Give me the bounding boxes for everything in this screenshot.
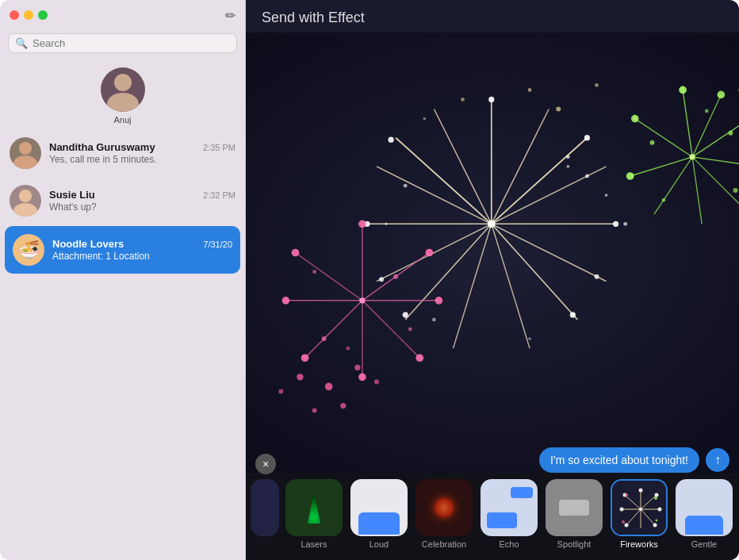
svg-point-16 <box>584 135 590 140</box>
effect-item-gentle[interactable]: Gentle <box>672 479 736 560</box>
svg-point-75 <box>662 198 666 202</box>
conv-info-noodle: Noodle Lovers 7/31/20 Attachment: 1 Loca… <box>52 238 232 262</box>
send-button[interactable]: ↑ <box>706 448 729 472</box>
effect-item-spotlight[interactable]: Spotlight <box>542 479 606 560</box>
svg-point-92 <box>605 194 608 197</box>
header-title: Send with Effect <box>262 10 365 25</box>
svg-point-89 <box>461 98 465 102</box>
pinned-contact[interactable]: Anuj <box>0 59 245 129</box>
effect-label-spotlight: Spotlight <box>557 539 592 549</box>
message-bubble: I'm so excited about tonight! <box>539 447 699 473</box>
svg-point-97 <box>432 318 436 322</box>
svg-point-88 <box>634 117 637 121</box>
conv-header-susie: Susie Liu 2:32 PM <box>49 189 235 201</box>
svg-point-17 <box>566 155 570 159</box>
svg-point-19 <box>594 274 599 279</box>
fireworks-svg <box>246 33 739 473</box>
compose-button[interactable]: ✏ <box>225 8 235 23</box>
svg-point-22 <box>379 277 384 282</box>
svg-point-53 <box>374 379 379 384</box>
svg-point-111 <box>620 508 624 512</box>
sidebar: ✏ 🔍 Anuj Nanditha Guruswamy 2:35 PM Yes,… <box>0 0 246 560</box>
zoom-window-button[interactable] <box>38 10 48 20</box>
conv-preview-noodle: Attachment: 1 Location <box>52 251 232 262</box>
svg-point-73 <box>728 131 733 136</box>
svg-point-74 <box>733 188 737 193</box>
svg-point-98 <box>528 337 531 340</box>
svg-point-42 <box>415 354 423 362</box>
search-icon: 🔍 <box>15 37 28 49</box>
svg-point-70 <box>679 86 687 94</box>
svg-point-54 <box>278 389 283 393</box>
svg-point-117 <box>654 497 657 500</box>
effect-thumb-partial <box>251 479 279 536</box>
conv-time-nanditha: 2:35 PM <box>203 143 235 152</box>
conv-info-nanditha: Nanditha Guruswamy 2:35 PM Yes, call me … <box>49 141 235 165</box>
message-row: I'm so excited about tonight! ↑ <box>539 447 729 473</box>
svg-point-18 <box>613 221 618 227</box>
conversation-item-nanditha[interactable]: Nanditha Guruswamy 2:35 PM Yes, call me … <box>0 129 245 177</box>
avatar-susie <box>10 185 41 217</box>
search-bar: 🔍 <box>8 33 237 53</box>
svg-point-118 <box>622 520 625 524</box>
search-input[interactable] <box>33 37 230 49</box>
traffic-lights <box>10 10 48 20</box>
effect-thumb-fireworks-svg <box>612 481 668 536</box>
avatar-nanditha <box>10 137 41 169</box>
svg-point-50 <box>297 374 303 380</box>
effect-item-loud[interactable]: Loud <box>347 479 411 560</box>
svg-point-20 <box>570 312 576 317</box>
svg-point-49 <box>354 365 360 370</box>
svg-point-114 <box>639 489 643 493</box>
svg-point-35 <box>426 249 434 257</box>
svg-point-109 <box>658 508 662 512</box>
svg-point-41 <box>301 354 309 362</box>
close-icon: × <box>262 458 269 470</box>
svg-point-52 <box>312 408 317 413</box>
titlebar: ✏ <box>0 0 245 30</box>
svg-point-91 <box>585 175 589 178</box>
svg-point-39 <box>358 220 366 228</box>
effect-item-lasers[interactable]: Lasers <box>282 479 346 560</box>
svg-point-72 <box>690 154 695 159</box>
conv-header-nanditha: Nanditha Guruswamy 2:35 PM <box>49 141 235 153</box>
effect-thumb-gentle <box>676 479 733 536</box>
conv-preview-nanditha: Yes, call me in 5 minutes. <box>49 154 235 165</box>
effect-item-echo[interactable]: Echo <box>477 479 541 560</box>
svg-point-112 <box>625 524 629 527</box>
effect-item-partial[interactable] <box>249 479 281 560</box>
effect-item-fireworks[interactable]: Fireworks <box>607 479 671 560</box>
avatar-anuj <box>101 67 145 112</box>
svg-point-87 <box>595 83 599 87</box>
svg-point-26 <box>488 220 496 228</box>
svg-point-108 <box>655 493 659 497</box>
svg-point-24 <box>388 137 393 143</box>
effect-thumb-celebration <box>415 479 473 536</box>
svg-point-25 <box>488 97 494 102</box>
svg-point-44 <box>393 274 398 279</box>
effect-thumb-loud <box>350 479 408 536</box>
svg-point-96 <box>385 222 388 225</box>
svg-point-55 <box>346 347 350 351</box>
conversation-item-noodle[interactable]: 🍜 Noodle Lovers 7/31/20 Attachment: 1 Lo… <box>5 226 240 274</box>
svg-point-76 <box>649 140 654 145</box>
close-window-button[interactable] <box>10 10 19 20</box>
conversation-list: Nanditha Guruswamy 2:35 PM Yes, call me … <box>0 129 245 560</box>
svg-point-48 <box>325 383 333 391</box>
conv-name-nanditha: Nanditha Guruswamy <box>49 141 155 153</box>
minimize-window-button[interactable] <box>24 10 33 20</box>
conv-preview-susie: What's up? <box>49 201 235 213</box>
conversation-item-susie[interactable]: Susie Liu 2:32 PM What's up? <box>0 177 245 224</box>
effects-strip: Lasers Loud Celebration Echo Spotlight <box>246 473 739 560</box>
svg-point-51 <box>340 403 346 408</box>
effect-item-celebration[interactable]: Celebration <box>412 479 476 560</box>
svg-point-85 <box>528 88 532 92</box>
conv-info-susie: Susie Liu 2:32 PM What's up? <box>49 189 235 213</box>
svg-point-94 <box>623 222 627 226</box>
svg-point-40 <box>292 249 300 257</box>
conv-header-noodle: Noodle Lovers 7/31/20 <box>52 238 232 250</box>
close-effect-button[interactable]: × <box>255 454 276 474</box>
svg-point-23 <box>403 312 408 317</box>
conv-name-noodle: Noodle Lovers <box>52 238 124 250</box>
svg-point-46 <box>322 336 327 341</box>
